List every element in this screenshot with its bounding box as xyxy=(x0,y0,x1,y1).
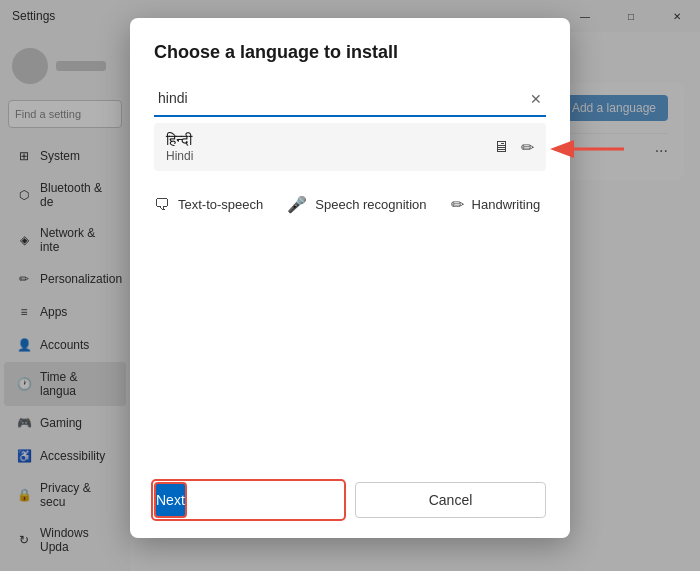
language-options-icon-2[interactable]: ✏ xyxy=(521,138,534,157)
language-result-actions: 🖥 ✏ xyxy=(493,138,534,157)
modal-footer: Next Cancel xyxy=(154,482,546,518)
sr-icon: 🎤 xyxy=(287,195,307,214)
next-button-wrapper: Next xyxy=(154,482,343,518)
sr-label: Speech recognition xyxy=(315,197,426,212)
language-result-info: हिन्दी Hindi xyxy=(166,131,193,163)
language-options-icon-1[interactable]: 🖥 xyxy=(493,138,509,156)
language-english-name: Hindi xyxy=(166,149,193,163)
feature-sr: 🎤 Speech recognition xyxy=(287,195,426,214)
handwriting-label: Handwriting xyxy=(472,197,541,212)
language-search-area: ✕ xyxy=(154,81,546,117)
search-clear-button[interactable]: ✕ xyxy=(530,91,542,107)
feature-tts: 🗨 Text-to-speech xyxy=(154,195,263,214)
feature-handwriting: ✏ Handwriting xyxy=(451,195,541,214)
language-install-dialog: Choose a language to install ✕ हिन्दी Hi… xyxy=(130,18,570,538)
language-search-input[interactable] xyxy=(154,81,546,117)
cancel-button[interactable]: Cancel xyxy=(355,482,546,518)
modal-title: Choose a language to install xyxy=(154,42,546,63)
tts-icon: 🗨 xyxy=(154,196,170,214)
handwriting-icon: ✏ xyxy=(451,195,464,214)
tts-label: Text-to-speech xyxy=(178,197,263,212)
language-native-name: हिन्दी xyxy=(166,131,193,149)
language-result-row[interactable]: हिन्दी Hindi 🖥 ✏ xyxy=(154,123,546,171)
language-features: 🗨 Text-to-speech 🎤 Speech recognition ✏ … xyxy=(154,195,546,214)
next-button[interactable]: Next xyxy=(154,482,187,518)
